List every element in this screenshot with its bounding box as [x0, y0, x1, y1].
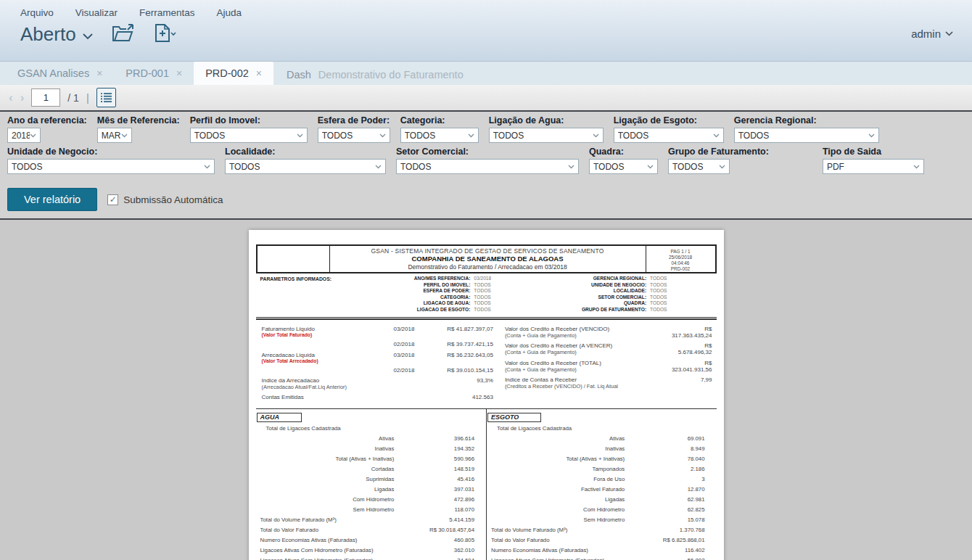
filter-label: Esfera de Poder: — [318, 115, 390, 125]
filter-tipo-de-saida: Tipo de SaidaPDF — [823, 147, 924, 174]
menubar: ArquivoVisualizarFerramentasAjuda — [0, 0, 972, 19]
water-column: AGUA Total de Ligacoes CadastradaAtivas3… — [256, 409, 487, 560]
select-value: TODOS — [229, 162, 375, 172]
parameters-left-column: ANO/MES REFERENCIA:03/2018PERFIL DO IMOV… — [366, 276, 535, 313]
summary-row: Indice de Contas a Receber(Creditos a Re… — [505, 374, 714, 391]
page-number-input[interactable] — [31, 88, 60, 107]
view-report-button[interactable]: Ver relatório — [7, 188, 97, 211]
user-menu[interactable]: admin — [911, 28, 953, 40]
select-categoria[interactable]: TODOS — [400, 128, 479, 143]
tab-prd-001[interactable]: PRD-001× — [114, 62, 194, 85]
row-label: Factivel Faturado — [487, 486, 629, 493]
tab-label: PRD-001 — [125, 67, 169, 79]
menu-visualizar[interactable]: Visualizar — [75, 7, 118, 18]
select-value: TODOS — [618, 131, 713, 141]
select-value: TODOS — [672, 162, 719, 172]
menu-ferramentas[interactable]: Ferramentas — [139, 7, 195, 18]
row-value: 116.402 — [685, 547, 717, 553]
select-gerencia-regional[interactable]: TODOS — [734, 128, 879, 143]
select-localidade[interactable]: TODOS — [225, 159, 386, 174]
report-row: Factivel Faturado12.870 — [487, 485, 717, 495]
summary-value: R$ 41.827.397,07 — [437, 326, 496, 332]
chevron-down-icon — [568, 165, 574, 169]
tab-gsan-analises[interactable]: GSAN Analises× — [6, 62, 114, 85]
select-unidade-de-negocio[interactable]: TODOS — [7, 159, 215, 174]
bookmarks-list-button[interactable] — [96, 88, 116, 107]
select-value: PDF — [827, 162, 913, 172]
tab-prd-002[interactable]: PRD-002× — [194, 62, 273, 85]
summary-row: Valor dos Credito a Receber (A VENCER)(C… — [505, 341, 714, 358]
select-setor-comercial[interactable]: TODOS — [396, 159, 579, 174]
filter-categoria: Categoria:TODOS — [400, 115, 479, 143]
menu-arquivo[interactable]: Arquivo — [20, 7, 54, 18]
water-sewage-section: AGUA Total de Ligacoes CadastradaAtivas3… — [256, 408, 717, 560]
report-row: Total de Ligacoes Cadastrada — [487, 424, 717, 434]
report-row: Inativas194.352 — [256, 444, 487, 454]
report-row: Inativas8.949 — [487, 444, 717, 454]
parameter-label: PERFIL DO IMOVEL: — [366, 282, 471, 289]
select-mes-de-referencia[interactable]: MAR — [97, 128, 132, 143]
summary-note: (Conta + Guia de Pagamento) — [505, 332, 672, 339]
menu-ajuda[interactable]: Ajuda — [217, 7, 242, 18]
filter-quadra: Quadra:TODOS — [589, 147, 658, 174]
auto-submit-checkbox[interactable]: ✓ — [107, 194, 118, 205]
select-ano-da-referencia[interactable]: 2018 — [7, 128, 41, 143]
new-document-icon[interactable] — [155, 23, 176, 46]
summary-label: Contas Emitidas — [262, 394, 394, 400]
tab-bar: GSAN Analises×PRD-001×PRD-002× DashDemon… — [0, 62, 972, 85]
select-ligacao-de-agua[interactable]: TODOS — [489, 128, 604, 143]
chevron-down-icon — [30, 133, 36, 138]
select-perfil-do-imovel[interactable]: TODOS — [190, 128, 308, 143]
select-grupo-de-faturamento[interactable]: TODOS — [668, 159, 730, 174]
select-value: TODOS — [405, 131, 468, 141]
select-quadra[interactable]: TODOS — [589, 159, 658, 174]
select-esfera-de-poder[interactable]: TODOS — [318, 128, 390, 143]
parameter-value: TODOS — [646, 295, 667, 301]
filter-label: Categoria: — [400, 115, 479, 125]
row-label: Inativas — [487, 445, 629, 452]
report-row: Total de Ligacoes Cadastrada — [256, 424, 487, 434]
row-label: Numero Economias Ativas (Faturadas) — [487, 547, 588, 553]
folder-open-icon[interactable] — [112, 24, 136, 46]
row-label: Ligacoes Ativas Com Hidrometro (Faturada… — [487, 557, 604, 560]
close-icon[interactable]: × — [96, 67, 102, 79]
open-dropdown[interactable]: Aberto — [20, 23, 93, 46]
report-row: Ativas69.091 — [487, 434, 717, 444]
summary-value: R$ 323.041.931,56 — [672, 360, 714, 373]
close-icon[interactable]: × — [176, 67, 182, 79]
report-row: Ativas396.614 — [256, 434, 487, 444]
report-row: Cortadas148.519 — [256, 464, 487, 474]
row-label: Total do Valor Faturado — [487, 537, 549, 543]
tab-label: PRD-002 — [205, 67, 249, 79]
row-label: Numero Economias Ativas (Faturadas) — [256, 537, 358, 543]
parameter-value: TODOS — [470, 307, 490, 313]
summary-value: 93,3% — [437, 377, 496, 384]
parameter-label: ANO/MES REFERENCIA: — [366, 276, 471, 282]
next-page-button[interactable]: › — [20, 91, 25, 104]
report-logo-cell — [258, 246, 330, 272]
chevron-down-icon — [468, 133, 474, 138]
summary-note: (Arrecadacao Atual/Fat.Liq Anterior) — [262, 384, 394, 390]
filter-label: Unidade de Negocio: — [7, 147, 215, 157]
page-info-line: 25/06/2018 — [646, 255, 715, 260]
report-row: Fora de Uso3 — [487, 474, 717, 485]
filter-label: Perfil do Imovel: — [190, 115, 308, 125]
summary-label: Valor dos Credito a Receber (A VENCER)(C… — [505, 342, 672, 355]
select-ligacao-de-esgoto[interactable]: TODOS — [614, 128, 724, 143]
select-tipo-de-saida[interactable]: PDF — [823, 159, 924, 174]
list-icon — [100, 92, 112, 103]
parameter-value: TODOS — [646, 276, 667, 282]
filter-label: Mês de Referencia: — [97, 115, 180, 125]
report-parameters: PARAMETROS INFORMADOS: ANO/MES REFERENCI… — [256, 273, 717, 316]
report-row: Com Hidrometro472.896 — [256, 495, 487, 505]
previous-page-button[interactable]: ‹ — [9, 91, 13, 104]
row-label: Suprimidas — [256, 476, 399, 482]
row-label: Total de Ligacoes Cadastrada — [487, 425, 572, 432]
report-system-title: GSAN - SISTEMA INTEGRADO DE GESTAO DE SE… — [330, 247, 646, 255]
row-label: Com Hidrometro — [487, 506, 629, 513]
close-icon[interactable]: × — [256, 67, 262, 79]
parameter-row: UNIDADE DE NEGOCIO:TODOS — [535, 282, 714, 289]
parameter-row: LIGACAO DE ESGOTO:TODOS — [366, 307, 535, 313]
row-label: Total do Volume Faturado (M³) — [487, 527, 567, 533]
parameter-row: GERENCIA REGIONAL:TODOS — [535, 276, 714, 282]
